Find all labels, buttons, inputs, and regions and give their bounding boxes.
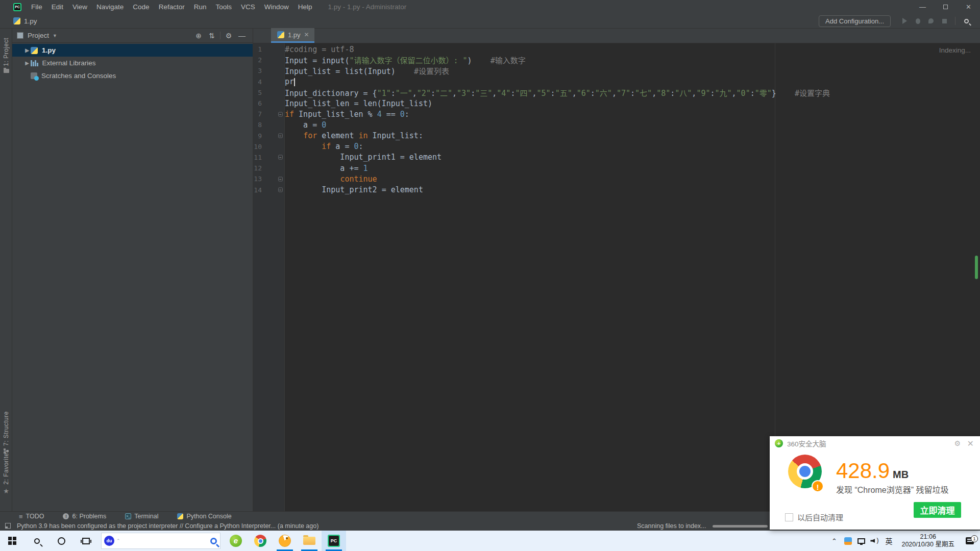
chevron-right-icon[interactable]: ▶ (23, 47, 31, 53)
code-line[interactable]: 8 a = 0 (253, 119, 980, 130)
notification-badge: 1 (971, 535, 978, 542)
popup-close-icon[interactable]: ✕ (967, 439, 974, 448)
code-line[interactable]: 10 if a = 0: (253, 141, 980, 152)
chevron-right-icon[interactable]: ▶ (23, 60, 31, 66)
menu-navigate[interactable]: Navigate (92, 1, 128, 13)
locate-file-icon[interactable]: ⊕ (192, 32, 205, 40)
cortana-button[interactable] (49, 531, 74, 551)
line-number: 7 (253, 110, 262, 118)
stripe-favorites-label: 2: Favorites (3, 449, 10, 485)
tray-360-icon[interactable] (841, 537, 854, 545)
baidu-search-icon[interactable] (210, 538, 217, 544)
code-line[interactable]: 12 a += 1 (253, 163, 980, 173)
code-line[interactable]: 13− continue (253, 173, 980, 184)
menu-view[interactable]: View (68, 1, 92, 13)
run-icon[interactable] (898, 18, 911, 24)
fold-marker-icon[interactable]: − (278, 112, 283, 116)
status-message[interactable]: Python 3.9 has been configured as the pr… (17, 522, 318, 530)
fold-marker-icon[interactable]: − (278, 188, 283, 192)
code-line[interactable]: 4pr (253, 77, 980, 87)
menu-tools[interactable]: Tools (211, 1, 236, 13)
chevron-down-icon[interactable]: ▼ (53, 33, 57, 38)
tree-item-external-libraries[interactable]: ▶ External Libraries (12, 57, 253, 69)
stripe-favorites-button[interactable]: 2: Favorites ★ (0, 449, 12, 495)
breadcrumb[interactable]: 1.py (24, 17, 37, 25)
input-language-indicator[interactable]: 英 (881, 536, 896, 546)
menu-code[interactable]: Code (128, 1, 154, 13)
settings-gear-icon[interactable]: ⚙ (222, 32, 235, 40)
pycharm-logo-icon: PC (13, 3, 21, 11)
hide-panel-icon[interactable]: — (235, 32, 249, 40)
python-console-icon (177, 513, 183, 519)
python-file-icon (31, 47, 38, 54)
baidu-search-box[interactable]: du ⌃ (101, 533, 220, 549)
code-line[interactable]: 14− Input_print2 = element (253, 184, 980, 195)
auto-clean-option[interactable]: 以后自动清理 (785, 512, 843, 522)
search-everywhere-icon[interactable] (960, 19, 973, 23)
code-line[interactable]: 5Input_dictionary = {"1":"一","2":"二","3"… (253, 87, 980, 98)
fold-marker-icon[interactable]: − (278, 177, 283, 181)
taskbar-app-browser360[interactable]: e (224, 531, 248, 551)
stripe-structure-button[interactable]: 7: Structure (0, 411, 12, 454)
code-line[interactable]: 6Input_list_len = len(Input_list) (253, 98, 980, 109)
tray-volume-icon[interactable] (868, 538, 881, 544)
taskbar-search-button[interactable] (24, 531, 49, 551)
stripe-project-button[interactable]: 1: Project (0, 38, 12, 73)
taskbar-app-pycharm[interactable]: PC (322, 531, 346, 551)
debug-icon[interactable] (911, 18, 924, 24)
toolwindow-problems[interactable]: ! 6: Problems (63, 513, 106, 520)
code-line[interactable]: 2Input = input("请输入数字（保留二位小数）: ") #输入数字 (253, 55, 980, 65)
taskbar-app-explorer[interactable] (297, 531, 322, 551)
auto-clean-label: 以后自动清理 (797, 512, 843, 522)
code-line[interactable]: 7−if Input_list_len % 4 == 0: (253, 109, 980, 119)
menu-run[interactable]: Run (189, 1, 211, 13)
toolwindow-label: TODO (26, 513, 44, 520)
text-caret (294, 78, 295, 86)
chrome-icon (254, 535, 266, 547)
toolwindow-terminal[interactable]: >_ Terminal (125, 513, 158, 520)
code-line[interactable]: 9− for element in Input_list: (253, 131, 980, 141)
auto-clean-checkbox[interactable] (785, 513, 793, 521)
menu-window[interactable]: Window (260, 1, 293, 13)
fold-marker-icon[interactable]: − (278, 134, 283, 138)
popup-settings-icon[interactable]: ⚙ (954, 439, 961, 447)
code-line[interactable]: 11− Input_print1 = element (253, 152, 980, 163)
tray-display-icon[interactable] (854, 538, 868, 544)
terminal-icon: >_ (125, 513, 131, 519)
fold-marker-icon[interactable]: − (278, 155, 283, 160)
project-panel-header: Project ▼ ⊕ ⇅ ⚙ — (12, 29, 253, 43)
minimize-button[interactable]: — (911, 0, 934, 14)
start-button[interactable] (0, 531, 24, 551)
tree-item-1py[interactable]: ▶ 1.py (12, 44, 253, 57)
code-line[interactable]: 1#coding = utf-8 (253, 44, 980, 55)
editor-tab-1py[interactable]: 1.py ✕ (271, 28, 314, 43)
project-panel-title[interactable]: Project (28, 32, 49, 39)
task-view-button[interactable] (74, 531, 98, 551)
toolwindow-python-console[interactable]: Python Console (177, 513, 231, 520)
maximize-button[interactable] (934, 0, 957, 14)
code-line[interactable]: 3Input_list = list(Input) #设置列表 (253, 65, 980, 76)
close-button[interactable]: ✕ (957, 0, 980, 14)
coverage-icon[interactable] (924, 18, 938, 23)
add-configuration-button[interactable]: Add Configuration... (819, 15, 891, 27)
menu-vcs[interactable]: VCS (236, 1, 260, 13)
clean-now-button[interactable]: 立即清理 (914, 502, 961, 518)
stop-icon[interactable] (938, 19, 951, 23)
tree-item-scratches[interactable]: ▶ Scratches and Consoles (12, 69, 253, 82)
toolwindow-toggle-icon[interactable] (5, 523, 11, 529)
tray-expand-icon[interactable]: ⌃ (827, 537, 841, 545)
taskbar-app-360[interactable] (273, 531, 297, 551)
tab-close-icon[interactable]: ✕ (304, 31, 309, 38)
taskbar-clock[interactable]: 21:06 2020/10/30 星期五 (896, 533, 960, 548)
menu-file[interactable]: File (27, 1, 47, 13)
run-toolbar: Add Configuration... (819, 15, 973, 27)
menu-edit[interactable]: Edit (47, 1, 68, 13)
menu-help[interactable]: Help (293, 1, 317, 13)
toolwindow-todo[interactable]: ≡ TODO (19, 513, 44, 520)
menu-refactor[interactable]: Refactor (154, 1, 189, 13)
collapse-all-icon[interactable]: ⇅ (205, 32, 218, 40)
notification-center-button[interactable]: 1 (960, 537, 980, 544)
line-number: 5 (253, 89, 262, 96)
taskbar-app-chrome[interactable] (248, 531, 273, 551)
popup-360-cleaner: 360安全大脑 ⚙ ✕ ! 428.9MB 发现 “Chrome浏览器” 残留垃… (770, 436, 980, 530)
